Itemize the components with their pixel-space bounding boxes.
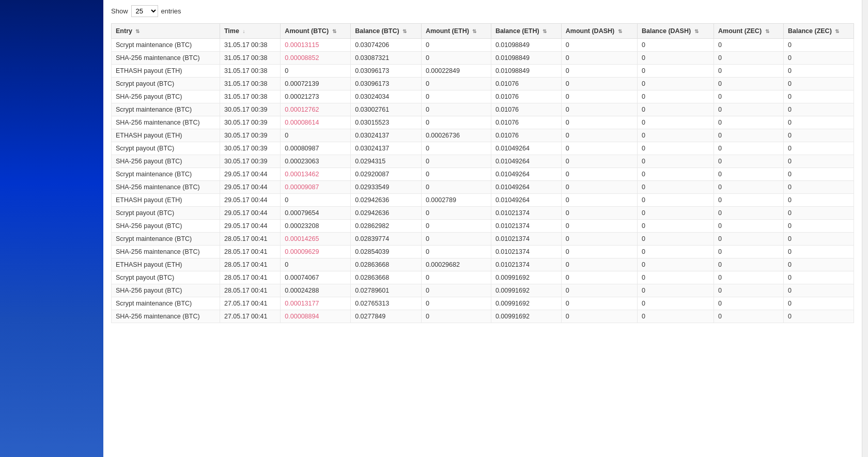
- cell-balance-dash: 0: [637, 65, 714, 78]
- cell-balance-dash: 0: [637, 155, 714, 168]
- cell-amount-zec: 0: [714, 297, 784, 310]
- show-label: Show: [111, 7, 128, 15]
- table-row: Scrypt payout (BTC) 30.05.17 00:39 0.000…: [112, 142, 854, 155]
- cell-amount-eth: 0: [421, 78, 491, 90]
- cell-amount-eth: 0: [421, 310, 491, 323]
- cell-balance-btc: 0.02854039: [351, 246, 422, 258]
- entries-label: entries: [161, 7, 181, 15]
- table-row: Scrypt maintenance (BTC) 30.05.17 00:39 …: [112, 103, 854, 116]
- cell-amount-btc: 0.00072139: [281, 78, 351, 90]
- show-entries-control: Show 102550100 entries: [111, 5, 854, 17]
- table-row: Scrypt maintenance (BTC) 28.05.17 00:41 …: [112, 233, 854, 246]
- cell-amount-btc: 0.00074067: [281, 271, 351, 284]
- cell-amount-zec: 0: [714, 65, 784, 78]
- cell-balance-eth: 0.01076: [491, 129, 561, 142]
- cell-amount-dash: 0: [561, 78, 637, 90]
- cell-balance-btc: 0.03024137: [351, 142, 422, 155]
- cell-amount-zec: 0: [714, 90, 784, 103]
- cell-amount-eth: 0: [421, 168, 491, 181]
- cell-balance-zec: 0: [784, 129, 854, 142]
- cell-balance-zec: 0: [784, 233, 854, 246]
- cell-balance-dash: 0: [637, 129, 714, 142]
- cell-entry: SHA-256 payout (BTC): [112, 220, 220, 233]
- cell-amount-dash: 0: [561, 52, 637, 65]
- cell-balance-dash: 0: [637, 271, 714, 284]
- sort-arrows-balance-eth[interactable]: ⇅: [542, 28, 547, 34]
- cell-amount-zec: 0: [714, 233, 784, 246]
- cell-balance-dash: 0: [637, 194, 714, 207]
- cell-entry: Scrypt payout (BTC): [112, 271, 220, 284]
- sort-arrows-balance-dash[interactable]: ⇅: [694, 28, 699, 34]
- cell-time: 27.05.17 00:41: [220, 310, 280, 323]
- col-amount-zec: Amount (ZEC) ⇅: [714, 24, 784, 39]
- scrollbar[interactable]: [862, 0, 868, 457]
- cell-time: 31.05.17 00:38: [220, 52, 280, 65]
- main-content: Show 102550100 entries Entry ⇅ Time ↓ Am…: [103, 0, 862, 457]
- cell-balance-dash: 0: [637, 310, 714, 323]
- sort-arrows-time[interactable]: ↓: [242, 28, 245, 34]
- cell-entry: Scrypt payout (BTC): [112, 78, 220, 90]
- cell-entry: SHA-256 payout (BTC): [112, 155, 220, 168]
- entries-select[interactable]: 102550100: [131, 5, 158, 17]
- table-row: Scrypt maintenance (BTC) 29.05.17 00:44 …: [112, 168, 854, 181]
- cell-balance-btc: 0.02942636: [351, 207, 422, 220]
- cell-amount-btc: 0.00008852: [281, 52, 351, 65]
- cell-balance-zec: 0: [784, 142, 854, 155]
- cell-balance-zec: 0: [784, 90, 854, 103]
- sort-arrows-balance-zec[interactable]: ⇅: [835, 28, 839, 34]
- cell-amount-eth: 0: [421, 103, 491, 116]
- cell-amount-zec: 0: [714, 116, 784, 129]
- cell-balance-dash: 0: [637, 284, 714, 297]
- cell-amount-zec: 0: [714, 155, 784, 168]
- cell-amount-eth: 0.00022849: [421, 65, 491, 78]
- table-row: SHA-256 maintenance (BTC) 31.05.17 00:38…: [112, 52, 854, 65]
- cell-balance-dash: 0: [637, 116, 714, 129]
- cell-balance-eth: 0.01098849: [491, 65, 561, 78]
- sort-arrows-amount-zec[interactable]: ⇅: [765, 28, 769, 34]
- cell-amount-eth: 0.00029682: [421, 258, 491, 271]
- cell-amount-zec: 0: [714, 142, 784, 155]
- cell-amount-eth: 0: [421, 142, 491, 155]
- cell-balance-dash: 0: [637, 246, 714, 258]
- cell-balance-zec: 0: [784, 310, 854, 323]
- cell-balance-zec: 0: [784, 284, 854, 297]
- cell-balance-eth: 0.01049264: [491, 142, 561, 155]
- cell-balance-eth: 0.01021374: [491, 258, 561, 271]
- cell-entry: SHA-256 payout (BTC): [112, 90, 220, 103]
- cell-balance-dash: 0: [637, 142, 714, 155]
- cell-balance-dash: 0: [637, 233, 714, 246]
- sort-arrows-entry[interactable]: ⇅: [135, 28, 140, 34]
- sidebar: [0, 0, 103, 457]
- cell-balance-btc: 0.0277849: [351, 310, 422, 323]
- cell-balance-dash: 0: [637, 52, 714, 65]
- cell-amount-zec: 0: [714, 181, 784, 194]
- cell-time: 29.05.17 00:44: [220, 194, 280, 207]
- cell-amount-eth: 0: [421, 116, 491, 129]
- cell-balance-eth: 0.01049264: [491, 168, 561, 181]
- cell-balance-zec: 0: [784, 258, 854, 271]
- cell-amount-eth: 0: [421, 271, 491, 284]
- cell-amount-eth: 0: [421, 207, 491, 220]
- cell-amount-dash: 0: [561, 90, 637, 103]
- cell-balance-zec: 0: [784, 181, 854, 194]
- table-row: SHA-256 maintenance (BTC) 27.05.17 00:41…: [112, 310, 854, 323]
- cell-balance-btc: 0.02942636: [351, 194, 422, 207]
- cell-time: 28.05.17 00:41: [220, 271, 280, 284]
- sort-arrows-amount-dash[interactable]: ⇅: [618, 28, 622, 34]
- sort-arrows-amount-eth[interactable]: ⇅: [472, 28, 476, 34]
- sort-arrows-amount-btc[interactable]: ⇅: [332, 28, 336, 34]
- cell-entry: Scrypt maintenance (BTC): [112, 103, 220, 116]
- cell-amount-dash: 0: [561, 168, 637, 181]
- cell-amount-dash: 0: [561, 39, 637, 52]
- cell-amount-btc: 0.00013115: [281, 39, 351, 52]
- cell-balance-btc: 0.02839774: [351, 233, 422, 246]
- cell-balance-zec: 0: [784, 207, 854, 220]
- col-amount-btc: Amount (BTC) ⇅: [281, 24, 351, 39]
- cell-entry: Scrypt maintenance (BTC): [112, 168, 220, 181]
- cell-amount-zec: 0: [714, 258, 784, 271]
- cell-balance-zec: 0: [784, 155, 854, 168]
- cell-amount-dash: 0: [561, 142, 637, 155]
- table-row: Scrypt maintenance (BTC) 27.05.17 00:41 …: [112, 297, 854, 310]
- sort-arrows-balance-btc[interactable]: ⇅: [402, 28, 407, 34]
- cell-time: 30.05.17 00:39: [220, 142, 280, 155]
